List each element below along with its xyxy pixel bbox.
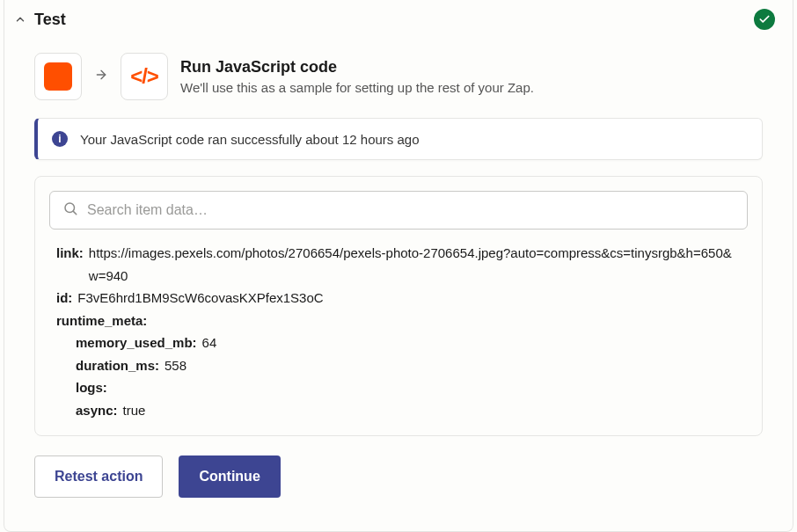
result-row-duration: duration_ms: 558 [76, 354, 741, 377]
result-row-link: link: https://images.pexels.com/photos/2… [56, 242, 741, 287]
result-row-logs: logs: [76, 376, 741, 399]
svg-line-2 [73, 211, 76, 214]
chevron-up-icon [13, 12, 27, 26]
result-value: https://images.pexels.com/photos/2706654… [89, 242, 741, 287]
arrow-right-icon [94, 68, 108, 85]
result-value: true [123, 399, 146, 422]
zapier-app-icon [44, 62, 72, 91]
result-nested: memory_used_mb: 64 duration_ms: 558 logs… [56, 332, 741, 421]
result-key: memory_used_mb: [76, 332, 197, 354]
test-panel: Test </> Run JavaScript code We'll use t… [4, 0, 793, 532]
result-key: async: [76, 399, 118, 422]
retest-button[interactable]: Retest action [34, 455, 163, 498]
success-check-icon [754, 9, 775, 30]
result-key: logs: [76, 376, 107, 399]
action-title: Run JavaScript code [180, 58, 534, 77]
result-value: 64 [202, 332, 217, 354]
action-subtitle: We'll use this as a sample for setting u… [180, 80, 534, 95]
alert-message: Your JavaScript code ran successfully ab… [80, 132, 420, 147]
action-text: Run JavaScript code We'll use this as a … [180, 58, 534, 95]
info-icon: i [52, 131, 68, 147]
trigger-app-icon [34, 53, 82, 100]
button-row: Retest action Continue [4, 436, 793, 498]
result-row-memory: memory_used_mb: 64 [76, 332, 741, 354]
result-card: link: https://images.pexels.com/photos/2… [34, 176, 763, 436]
result-key: duration_ms: [76, 354, 159, 377]
result-row-runtime: runtime_meta: [56, 310, 741, 332]
action-app-icon: </> [121, 53, 168, 100]
action-summary: </> Run JavaScript code We'll use this a… [4, 39, 793, 114]
result-key: runtime_meta: [56, 310, 147, 332]
result-value: 558 [165, 354, 186, 377]
search-icon [62, 200, 78, 220]
result-data: link: https://images.pexels.com/photos/2… [49, 242, 748, 421]
section-title: Test [34, 11, 66, 29]
result-key: link: [56, 242, 84, 265]
success-alert: i Your JavaScript code ran successfully … [34, 118, 763, 160]
section-header-left[interactable]: Test [13, 11, 66, 29]
section-header: Test [4, 0, 793, 39]
result-row-async: async: true [76, 399, 741, 422]
search-input[interactable] [87, 202, 735, 218]
result-key: id: [56, 287, 72, 310]
result-value: F3vE6hrd1BM9ScW6covasKXPfex1S3oC [77, 287, 323, 310]
continue-button[interactable]: Continue [179, 455, 280, 498]
code-icon: </> [130, 64, 158, 89]
search-wrap[interactable] [49, 191, 748, 230]
result-row-id: id: F3vE6hrd1BM9ScW6covasKXPfex1S3oC [56, 287, 741, 310]
